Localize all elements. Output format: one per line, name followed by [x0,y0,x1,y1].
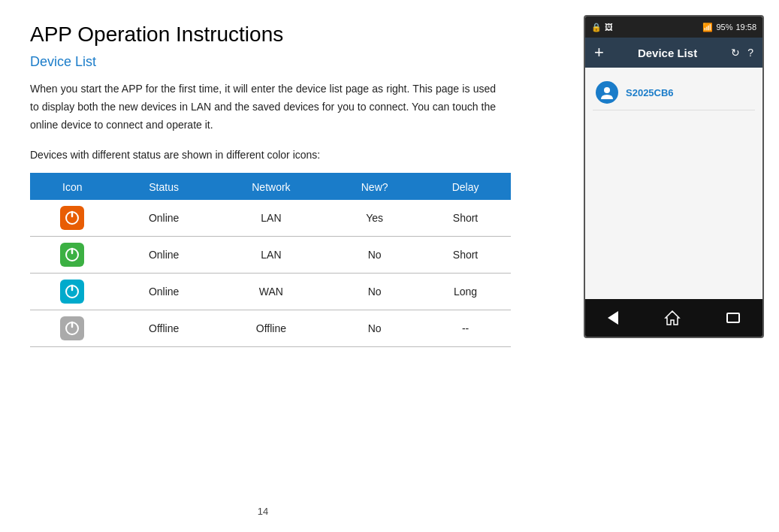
page-title: APP Operation Instructions [30,23,496,47]
cell-new: No [329,274,420,310]
col-header-status: Status [115,174,213,200]
cell-new: No [329,237,420,274]
cell-status: Online [115,274,213,310]
section-title: Device List [30,54,496,70]
status-bar-left: 🔒 🖼 [591,23,613,32]
svg-marker-9 [666,311,679,325]
col-header-new: New? [329,174,420,200]
col-header-network: Network [213,174,330,200]
device-avatar-icon [599,84,615,101]
table-row: OnlineLANYesShort [30,200,511,237]
phone-nav-bar [585,299,762,337]
status-bar-right: 📶 95% 19:58 [702,23,756,32]
power-icon-cyan [60,280,84,304]
lock-icon: 🔒 [591,23,602,32]
power-icon-green [60,243,84,267]
cell-network: Offline [213,310,330,347]
battery-text: 95% [716,23,732,32]
cell-new: No [329,310,420,347]
svg-point-8 [604,87,610,93]
col-header-icon: Icon [30,174,115,200]
cell-delay: Long [420,274,511,310]
add-device-button[interactable]: + [594,43,604,62]
page-number: 14 [258,506,268,517]
device-list-item[interactable]: S2025CB6 [593,75,755,110]
phone-status-bar: 🔒 🖼 📶 95% 19:58 [585,17,762,38]
toolbar-title: Device List [638,47,697,59]
cell-new: Yes [329,200,420,237]
icon-cell [30,237,115,274]
main-content: APP Operation Instructions Device List W… [0,0,526,532]
table-row: OnlineWANNoLong [30,274,511,310]
status-table: Icon Status Network New? Delay OnlineLAN… [30,173,511,347]
refresh-button[interactable]: ↻ [731,47,740,59]
power-icon-gray [60,316,84,340]
cell-network: WAN [213,274,330,310]
cell-status: Online [115,237,213,274]
icon-cell [30,310,115,347]
cell-delay: Short [420,237,511,274]
toolbar-icons: ↻ ? [731,47,753,59]
icon-cell [30,200,115,237]
icon-cell [30,274,115,310]
phone-body: S2025CB6 [585,68,762,299]
recents-button[interactable] [726,313,740,323]
time-display: 19:58 [735,23,756,32]
description-text: When you start the APP for the first tim… [30,80,496,134]
phone-toolbar: + Device List ↻ ? [585,38,762,68]
power-icon-orange [60,206,84,230]
device-name: S2025CB6 [626,87,674,98]
wifi-icon: 📶 [702,23,713,32]
cell-delay: Short [420,200,511,237]
description2-text: Devices with different status are shown … [30,149,496,161]
phone-mockup: 🔒 🖼 📶 95% 19:58 + Device List ↻ ? [584,15,764,338]
cell-network: LAN [213,200,330,237]
cell-delay: -- [420,310,511,347]
help-button[interactable]: ? [747,47,753,59]
table-header-row: Icon Status Network New? Delay [30,174,511,200]
home-button[interactable] [664,310,681,326]
image-icon: 🖼 [605,23,613,32]
cell-status: Offline [115,310,213,347]
cell-status: Online [115,200,213,237]
table-row: OfflineOfflineNo-- [30,310,511,347]
table-row: OnlineLANNoShort [30,237,511,274]
col-header-delay: Delay [420,174,511,200]
back-button[interactable] [608,311,618,325]
cell-network: LAN [213,237,330,274]
device-avatar [596,81,618,104]
